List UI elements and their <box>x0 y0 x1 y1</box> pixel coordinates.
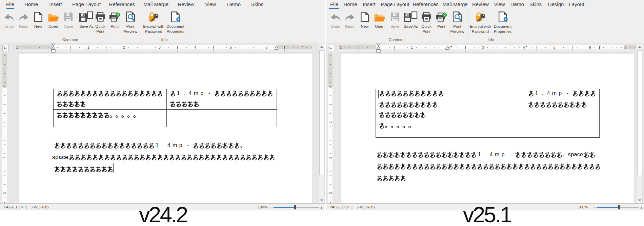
svg-text:m: m <box>495 152 499 157</box>
svg-text:.: . <box>183 90 185 96</box>
svg-text:.: . <box>542 90 543 96</box>
svg-text:4: 4 <box>167 142 170 148</box>
svg-text:.: . <box>484 152 486 157</box>
svg-text:.: . <box>162 142 163 148</box>
svg-text:space: space <box>52 154 68 160</box>
svg-text:4: 4 <box>188 90 192 96</box>
svg-text:p: p <box>179 142 182 148</box>
svg-text:1: 1 <box>177 90 180 96</box>
svg-text:4: 4 <box>547 90 550 96</box>
svg-text:space: space <box>568 152 583 157</box>
svg-text:-: - <box>567 90 568 96</box>
svg-text:-: - <box>187 142 189 148</box>
svg-text:4: 4 <box>489 152 492 157</box>
svg-text:p: p <box>559 90 562 96</box>
svg-text:m: m <box>173 142 177 148</box>
svg-text:m: m <box>194 90 198 96</box>
svg-text:1: 1 <box>156 142 159 148</box>
svg-text:-: - <box>208 90 210 96</box>
svg-text:p: p <box>501 152 504 157</box>
svg-text:m: m <box>552 90 556 96</box>
svg-text:-: - <box>509 151 511 157</box>
svg-text:1: 1 <box>535 90 538 96</box>
svg-text:1: 1 <box>478 152 481 157</box>
svg-text:p: p <box>200 90 203 96</box>
